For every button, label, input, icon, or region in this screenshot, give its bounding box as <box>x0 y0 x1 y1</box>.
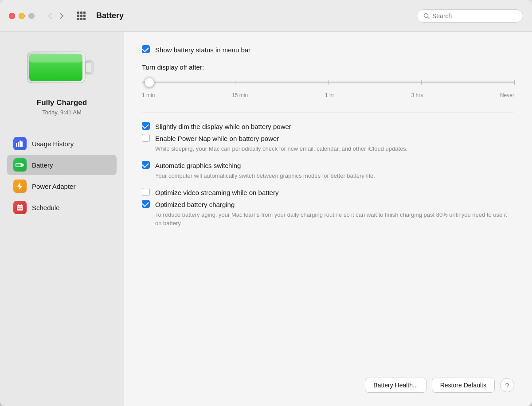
optimized-charging-row: Optimized battery charging To reduce bat… <box>142 200 514 227</box>
main-panel: Show battery status in menu bar Turn dis… <box>124 32 532 406</box>
titlebar: Battery <box>0 0 532 32</box>
back-button[interactable] <box>45 11 55 21</box>
optimized-charging-sublabel: To reduce battery aging, your Mac learns… <box>155 211 514 227</box>
svg-rect-16 <box>18 204 19 206</box>
svg-rect-18 <box>17 207 23 207</box>
show-battery-label: Show battery status in menu bar <box>155 45 250 55</box>
svg-rect-7 <box>16 143 17 147</box>
display-off-thumb[interactable] <box>145 78 154 87</box>
sidebar: Fully Charged Today, 9:41 AM Usage Histo… <box>0 32 124 406</box>
power-nap-sublabel: While sleeping, your Mac can periodicall… <box>155 145 407 153</box>
search-icon <box>423 13 430 19</box>
battery-health-button[interactable]: Battery Health... <box>365 378 426 393</box>
main-window: Battery <box>0 0 532 406</box>
svg-rect-9 <box>20 141 21 147</box>
optimized-charging-text: Optimized battery charging To reduce bat… <box>155 200 514 227</box>
usage-history-label: Usage History <box>32 140 74 148</box>
traffic-lights <box>9 13 35 19</box>
power-adapter-label: Power Adapter <box>32 183 75 190</box>
slightly-dim-label: Slightly dim the display while on batter… <box>155 122 291 131</box>
auto-graphics-setting: Automatic graphics switching Your comput… <box>142 161 514 180</box>
slider-label-never: Never <box>500 92 514 98</box>
auto-graphics-checkbox[interactable] <box>142 161 150 169</box>
sidebar-item-schedule[interactable]: Schedule <box>7 197 117 218</box>
slider-label-1hr: 1 hr <box>325 92 334 98</box>
optimize-video-setting: Optimize video streaming while on batter… <box>142 188 514 197</box>
svg-marker-14 <box>17 183 23 190</box>
battery-status-text: Fully Charged <box>37 98 87 107</box>
optimize-video-row: Optimize video streaming while on batter… <box>142 188 514 197</box>
forward-button[interactable] <box>57 11 66 21</box>
window-title: Battery <box>96 11 410 20</box>
slightly-dim-setting: Slightly dim the display while on batter… <box>142 122 514 131</box>
restore-defaults-button[interactable]: Restore Defaults <box>432 378 495 393</box>
svg-rect-21 <box>21 208 22 209</box>
auto-graphics-text: Automatic graphics switching Your comput… <box>155 161 375 180</box>
show-battery-setting: Show battery status in menu bar <box>142 45 514 55</box>
optimize-video-checkbox[interactable] <box>142 188 150 196</box>
bottom-bar: Battery Health... Restore Defaults ? <box>142 369 514 393</box>
maximize-button[interactable] <box>28 13 35 19</box>
slider-wrapper: 1 min 15 min 1 hr 3 hrs Never <box>142 77 514 98</box>
search-input[interactable] <box>432 12 512 20</box>
nav-buttons <box>45 11 66 21</box>
power-nap-checkbox[interactable] <box>142 134 150 142</box>
slider-label: Turn display off after: <box>142 63 514 71</box>
slider-label-3hrs: 3 hrs <box>411 92 423 98</box>
auto-graphics-row: Automatic graphics switching Your comput… <box>142 161 514 180</box>
svg-rect-8 <box>18 142 19 147</box>
power-adapter-icon <box>13 180 27 193</box>
sidebar-item-power-adapter[interactable]: Power Adapter <box>7 176 117 196</box>
search-bar[interactable] <box>417 9 523 23</box>
optimize-video-label: Optimize video streaming while on batter… <box>155 188 278 197</box>
help-button[interactable]: ? <box>500 378 514 392</box>
auto-graphics-label: Automatic graphics switching <box>155 161 375 170</box>
optimized-charging-label: Optimized battery charging <box>155 200 514 209</box>
auto-graphics-sublabel: Your computer will automatically switch … <box>155 172 375 180</box>
minimize-button[interactable] <box>19 13 25 19</box>
svg-rect-10 <box>21 141 23 147</box>
optimized-charging-checkbox[interactable] <box>142 200 150 208</box>
svg-rect-17 <box>21 204 22 206</box>
battery-label: Battery <box>32 161 53 169</box>
svg-rect-20 <box>20 208 20 209</box>
schedule-label: Schedule <box>32 204 60 211</box>
sidebar-navigation: Usage History Battery <box>0 133 124 218</box>
svg-line-1 <box>428 17 430 19</box>
schedule-icon <box>13 201 27 214</box>
svg-rect-13 <box>23 164 24 166</box>
svg-rect-6 <box>86 63 91 72</box>
slider-label-1min: 1 min <box>142 92 155 98</box>
apps-grid-icon[interactable] <box>77 12 86 20</box>
svg-rect-12 <box>16 164 21 166</box>
content-area: Fully Charged Today, 9:41 AM Usage Histo… <box>0 32 532 406</box>
sidebar-item-usage-history[interactable]: Usage History <box>7 133 117 154</box>
power-nap-label: Enable Power Nap while on battery power <box>155 134 407 143</box>
svg-rect-19 <box>18 208 19 209</box>
show-battery-checkbox[interactable] <box>142 45 150 53</box>
svg-rect-4 <box>29 54 82 62</box>
close-button[interactable] <box>9 13 15 19</box>
battery-time-text: Today, 9:41 AM <box>42 109 82 116</box>
slightly-dim-row: Slightly dim the display while on batter… <box>142 122 514 131</box>
power-nap-setting: Enable Power Nap while on battery power … <box>142 134 514 153</box>
usage-history-icon <box>13 137 27 150</box>
optimized-charging-setting: Optimized battery charging To reduce bat… <box>142 200 514 227</box>
battery-icon <box>13 158 27 172</box>
slider-labels: 1 min 15 min 1 hr 3 hrs Never <box>142 92 514 98</box>
battery-illustration <box>22 45 102 90</box>
slightly-dim-checkbox[interactable] <box>142 122 150 130</box>
power-nap-row: Enable Power Nap while on battery power … <box>142 134 514 153</box>
power-nap-text: Enable Power Nap while on battery power … <box>155 134 407 153</box>
display-off-slider-section: Turn display off after: 1 min <box>142 63 514 98</box>
sidebar-item-battery[interactable]: Battery <box>7 155 117 175</box>
divider-1 <box>142 113 514 113</box>
slider-label-15min: 15 min <box>232 92 248 98</box>
